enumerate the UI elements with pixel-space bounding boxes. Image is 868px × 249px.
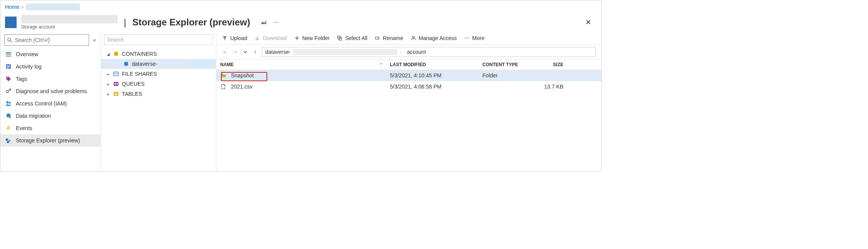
sidebar-item-explorer[interactable]: Storage Explorer (preview): [0, 134, 101, 147]
svg-rect-40: [376, 37, 379, 39]
page-header: Storage account | Storage Explorer (prev…: [0, 13, 601, 32]
path-box[interactable]: dataverse- › account: [262, 47, 596, 57]
path-seg-2-label: account: [407, 49, 426, 55]
activity-icon: [5, 63, 12, 70]
sidebar-item-migration[interactable]: Data migration: [0, 110, 101, 122]
nav-back-icon[interactable]: ←: [222, 48, 229, 55]
tags-icon: [5, 75, 12, 82]
select-all-button[interactable]: Select All: [337, 35, 367, 41]
path-seg-1-mask: [293, 49, 397, 55]
col-size-header[interactable]: SIZE: [540, 60, 567, 70]
table-row[interactable]: 2021.csv5/3/2021, 4:08:58 PM13.7 KB: [216, 81, 601, 92]
sidebar-item-diagnose[interactable]: Diagnose and solve problems: [0, 85, 101, 97]
events-icon: [5, 125, 12, 132]
sort-asc-icon: ˄: [380, 63, 382, 67]
tree-node-label-mask: [190, 61, 214, 67]
upload-button[interactable]: Upload: [222, 35, 247, 41]
tree-search[interactable]: [104, 34, 213, 45]
sidebar-item-tags[interactable]: Tags: [0, 73, 101, 85]
svg-rect-10: [7, 67, 10, 67]
tree-node-tables[interactable]: ▸TABLES: [101, 89, 216, 99]
manage-access-button[interactable]: Manage Access: [410, 35, 457, 41]
svg-point-12: [7, 77, 8, 78]
nav-dropdown-icon[interactable]: [242, 48, 249, 55]
more-button[interactable]: ⋯ More: [464, 35, 485, 41]
tree-node-queues[interactable]: ▸QUEUES: [101, 79, 216, 89]
nav-forward-icon[interactable]: →: [232, 48, 239, 55]
chevron-right-icon: ›: [22, 4, 24, 10]
row-name: Snapshot: [231, 72, 254, 79]
table-row[interactable]: Snapshot5/3/2021, 4:10:45 PMFolder: [216, 70, 601, 81]
new-folder-button[interactable]: New Folder: [294, 35, 330, 41]
sidebar-item-label: Storage Explorer (preview): [16, 137, 80, 144]
sidebar-item-label: Overview: [16, 51, 38, 57]
tree-caret-icon[interactable]: ◢: [106, 52, 110, 56]
tree-node-label: QUEUES: [122, 81, 214, 87]
sidebar-item-overview[interactable]: Overview: [0, 48, 101, 60]
row-modified: 5/3/2021, 4:10:45 PM: [386, 70, 479, 81]
toolbar: Upload Download New Folder: [216, 32, 601, 45]
pin-icon[interactable]: [260, 19, 267, 26]
ellipsis-icon: ⋯: [464, 35, 470, 41]
svg-point-13: [6, 90, 8, 93]
collapse-sidebar-icon[interactable]: «: [92, 37, 97, 43]
breadcrumb-home[interactable]: Home: [5, 4, 19, 10]
col-name-label: NAME: [220, 62, 234, 67]
tree-node-label: TABLES: [122, 91, 214, 97]
tree-node-container[interactable]: dataverse-: [101, 59, 216, 69]
tree-search-input[interactable]: [107, 37, 210, 43]
breadcrumb-resource-mask[interactable]: [26, 3, 80, 10]
nav-up-icon[interactable]: ↑: [252, 48, 259, 55]
file-table: NAME ˄ LAST MODIFIED CONTENT TYPE SIZE S…: [216, 60, 601, 171]
containers-icon: [113, 50, 120, 57]
tree-node-label: dataverse-: [132, 61, 187, 67]
plus-icon: [294, 35, 300, 41]
manage-access-label: Manage Access: [419, 35, 457, 41]
diagnose-icon: [5, 88, 12, 95]
tree-node-fileshares[interactable]: ▸FILE SHARES: [101, 69, 216, 79]
sidebar-item-label: Diagnose and solve problems: [16, 88, 87, 94]
select-all-label: Select All: [345, 35, 367, 41]
overview-icon: [5, 51, 12, 58]
file-icon: [220, 84, 226, 90]
svg-point-42: [412, 36, 414, 38]
tree-node-label: FILE SHARES: [122, 71, 214, 77]
col-modified-header[interactable]: LAST MODIFIED: [386, 60, 479, 70]
new-folder-label: New Folder: [302, 35, 330, 41]
tree: ◢CONTAINERSdataverse-▸FILE SHARES▸QUEUES…: [101, 47, 216, 100]
sidebar-item-events[interactable]: Events: [0, 122, 101, 134]
download-button: Download: [254, 35, 287, 41]
storage-account-icon: [5, 17, 17, 28]
more-icon[interactable]: ⋯: [273, 19, 280, 26]
tree-node-containers[interactable]: ◢CONTAINERS: [101, 49, 216, 59]
col-type-header[interactable]: CONTENT TYPE: [479, 60, 540, 70]
path-navbar: ← → ↑ dataverse- › account: [216, 45, 601, 60]
row-size: 13.7 KB: [540, 81, 567, 92]
sidebar-item-iam[interactable]: Access Control (IAM): [0, 97, 101, 110]
path-seg-1[interactable]: dataverse-: [262, 49, 400, 55]
col-name-header[interactable]: NAME ˄: [216, 60, 386, 70]
tables-icon: [113, 90, 120, 97]
svg-rect-11: [7, 68, 9, 69]
row-type: [479, 84, 540, 89]
iam-icon: [5, 100, 12, 107]
path-seg-2[interactable]: account: [404, 49, 429, 55]
resource-type-label: Storage account: [21, 24, 118, 30]
sidebar-item-activity[interactable]: Activity log: [0, 60, 101, 73]
person-icon: [410, 35, 416, 41]
rename-button[interactable]: Rename: [374, 35, 403, 41]
tree-caret-icon[interactable]: ▸: [106, 92, 110, 96]
sidebar-search[interactable]: [4, 34, 89, 46]
svg-point-3: [8, 38, 11, 41]
sidebar-item-label: Activity log: [16, 64, 42, 70]
sidebar-search-input[interactable]: [15, 37, 86, 43]
svg-rect-5: [6, 52, 11, 53]
migration-icon: [5, 112, 12, 119]
svg-rect-9: [7, 65, 10, 66]
sidebar: « OverviewActivity logTagsDiagnose and s…: [0, 32, 101, 171]
tree-caret-icon[interactable]: ▸: [106, 82, 110, 86]
title-divider: |: [124, 17, 126, 28]
row-type: Folder: [479, 70, 540, 81]
close-icon[interactable]: ✕: [585, 18, 591, 27]
tree-caret-icon[interactable]: ▸: [106, 72, 110, 76]
